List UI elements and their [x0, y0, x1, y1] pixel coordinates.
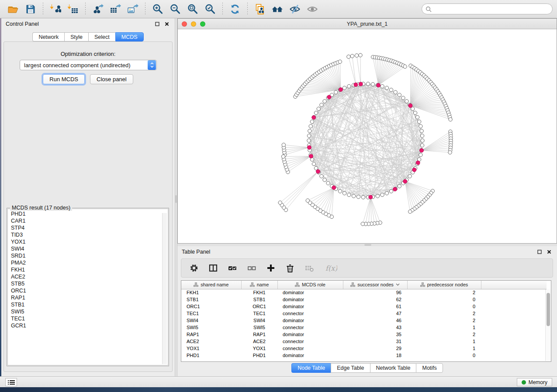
import-network-button[interactable] — [48, 2, 63, 16]
table-cell[interactable]: FKH1 — [181, 289, 241, 296]
zoom-in-button[interactable] — [150, 2, 166, 16]
table-cell[interactable]: SWI5 — [241, 324, 277, 331]
open-file-button[interactable] — [5, 2, 21, 16]
tab-select[interactable]: Select — [88, 32, 115, 41]
table-cell[interactable] — [481, 310, 547, 317]
close-panel-button[interactable]: Close panel — [90, 74, 133, 84]
table-cell[interactable]: 31 — [343, 338, 407, 345]
table-cell[interactable] — [481, 289, 547, 296]
table-row[interactable]: SWI5SWI5connector431 — [181, 324, 547, 331]
table-cell[interactable]: 18 — [343, 352, 407, 359]
table-cell[interactable]: 43 — [343, 324, 407, 331]
table-cell[interactable]: connector — [277, 310, 343, 317]
refresh-button[interactable] — [227, 2, 243, 16]
export-network-button[interactable] — [90, 2, 106, 16]
console-button[interactable] — [5, 378, 17, 386]
table-cell[interactable]: 2 — [407, 317, 481, 324]
neighbors-button[interactable] — [270, 2, 285, 16]
table-cell[interactable]: 29 — [343, 345, 407, 352]
table-cell[interactable]: 1 — [407, 338, 481, 345]
table-cell[interactable]: TEC1 — [241, 310, 277, 317]
table-cell[interactable]: FKH1 — [241, 289, 277, 296]
table-cell[interactable]: dominator — [277, 317, 343, 324]
table-cell[interactable]: ORC1 — [241, 303, 277, 310]
table-cell[interactable]: 61 — [343, 303, 407, 310]
table-row[interactable]: ACE2ACE2connector311 — [181, 338, 547, 345]
float-icon[interactable] — [536, 248, 543, 255]
table-cell[interactable]: 0 — [407, 296, 481, 303]
table-cell[interactable]: PHD1 — [241, 352, 277, 359]
mcds-result-item[interactable]: STP4 — [11, 224, 168, 231]
search-box[interactable] — [422, 3, 553, 14]
zoom-fit-button[interactable] — [185, 2, 201, 16]
table-cell[interactable]: dominator — [277, 331, 343, 338]
run-mcds-button[interactable]: Run MCDS — [43, 74, 85, 84]
table-cell[interactable] — [481, 317, 547, 324]
show-columns-button[interactable] — [207, 261, 220, 275]
table-cell[interactable]: SWI4 — [241, 317, 277, 324]
table-cell[interactable] — [481, 324, 547, 331]
table-cell[interactable]: 2 — [407, 310, 481, 317]
mcds-result-list[interactable]: PHD1CAR1STP4TID3YOX1SWI4SRD1PMA2FKH1ACE2… — [7, 209, 168, 365]
table-cell[interactable]: 35 — [343, 331, 407, 338]
table-cell[interactable]: ACE2 — [241, 338, 277, 345]
table-cell[interactable]: connector — [277, 338, 343, 345]
clone-network-button[interactable] — [252, 2, 268, 16]
column-header-shared-name[interactable]: shared name — [181, 281, 241, 289]
table-cell[interactable]: YOX1 — [241, 345, 277, 352]
table-cell[interactable]: 1 — [407, 324, 481, 331]
float-icon[interactable] — [154, 21, 161, 28]
table-cell[interactable]: RAP1 — [241, 331, 277, 338]
table-cell[interactable]: dominator — [277, 289, 343, 296]
mcds-result-item[interactable]: FKH1 — [11, 266, 168, 273]
mcds-result-item[interactable]: PMA2 — [11, 259, 168, 266]
mcds-result-item[interactable]: ORC1 — [11, 287, 168, 294]
mcds-result-item[interactable]: RAP1 — [11, 294, 168, 301]
table-cell[interactable]: 62 — [343, 296, 407, 303]
table-cell[interactable] — [481, 296, 547, 303]
table-scrollbar[interactable] — [545, 289, 550, 361]
table-cell[interactable]: SWI4 — [181, 317, 241, 324]
export-image-button[interactable] — [125, 2, 141, 16]
mcds-result-item[interactable]: ACE2 — [11, 273, 168, 280]
table-row[interactable]: TEC1TEC1connector472 — [181, 310, 547, 317]
column-header-predecessor-nodes[interactable]: predecessor nodes — [407, 281, 481, 289]
table-row[interactable]: YOX1YOX1connector291 — [181, 345, 547, 352]
mcds-result-item[interactable]: STB1 — [11, 301, 168, 308]
close-icon[interactable] — [546, 248, 553, 255]
save-button[interactable] — [23, 2, 38, 16]
network-canvas[interactable] — [178, 29, 557, 243]
table-cell[interactable]: 96 — [343, 289, 407, 296]
tab-edge-table[interactable]: Edge Table — [331, 363, 370, 373]
add-column-button[interactable] — [264, 261, 277, 275]
mcds-result-item[interactable]: PHD1 — [11, 210, 168, 217]
mcds-list-scrollbar[interactable] — [162, 213, 167, 364]
mcds-result-item[interactable]: CAR1 — [11, 217, 168, 224]
criterion-select[interactable]: largest connected component (undirected) — [20, 60, 157, 70]
import-table-button[interactable] — [65, 2, 81, 16]
table-cell[interactable]: STB1 — [241, 296, 277, 303]
column-header-MCDS-role[interactable]: MCDS role — [277, 281, 343, 289]
table-settings-button[interactable] — [187, 261, 201, 275]
mcds-result-item[interactable]: TID3 — [11, 231, 168, 238]
column-header-name[interactable]: name — [241, 281, 277, 289]
table-cell[interactable] — [481, 331, 547, 338]
table-cell[interactable]: STB1 — [181, 296, 241, 303]
table-cell[interactable]: 2 — [407, 331, 481, 338]
export-table-button[interactable] — [107, 2, 123, 16]
table-cell[interactable] — [481, 338, 547, 345]
table-cell[interactable]: dominator — [277, 352, 343, 359]
tab-mcds[interactable]: MCDS — [115, 32, 144, 41]
table-cell[interactable]: SWI5 — [181, 324, 241, 331]
table-cell[interactable]: 47 — [343, 310, 407, 317]
table-cell[interactable] — [481, 352, 547, 359]
table-cell[interactable]: ORC1 — [181, 303, 241, 310]
table-cell[interactable] — [481, 303, 547, 310]
mcds-result-item[interactable]: STB5 — [11, 280, 168, 287]
table-cell[interactable]: ACE2 — [181, 338, 241, 345]
memory-button[interactable]: Memory — [517, 378, 552, 386]
delete-column-button[interactable] — [284, 261, 297, 275]
table-cell[interactable]: 0 — [407, 352, 481, 359]
table-cell[interactable]: dominator — [277, 296, 343, 303]
table-row[interactable]: SWI4SWI4dominator462 — [181, 317, 547, 324]
